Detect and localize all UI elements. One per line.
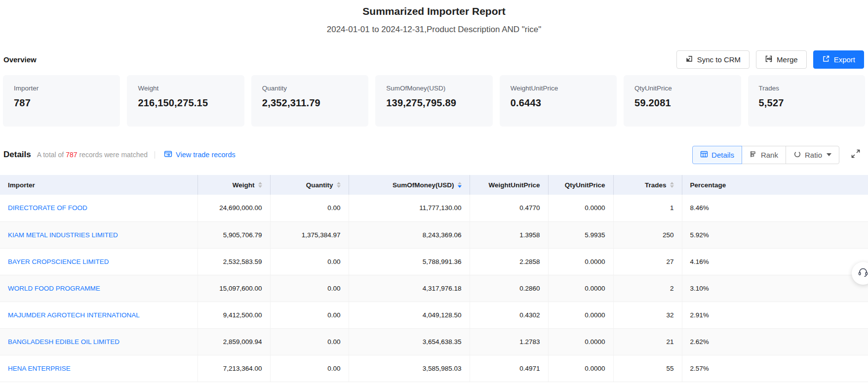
- cell-qup: 5.9935: [548, 221, 613, 248]
- cell-quantity: 0.00: [270, 248, 349, 275]
- cell-trades: 2: [613, 275, 682, 302]
- column-header-importer: Importer: [0, 175, 197, 195]
- cell-importer: BAYER CROPSCIENCE LIMITED: [0, 248, 197, 275]
- stat-card-value: 59.2081: [634, 97, 730, 109]
- tab-rank[interactable]: Rank: [742, 146, 786, 164]
- stat-card: SumOfMoney(USD)139,275,795.89: [375, 75, 492, 127]
- bar-rank-icon: [750, 150, 757, 160]
- cell-quantity: 0.00: [270, 302, 349, 328]
- column-header-inner: Percentage: [690, 181, 726, 189]
- tab-details[interactable]: Details: [692, 146, 742, 164]
- cell-weight: 7,213,364.00: [197, 355, 270, 382]
- cell-sum: 5,788,991.36: [349, 248, 470, 275]
- details-left: Details A total of787records were matche…: [3, 150, 236, 160]
- records-matched-text: A total of787records were matched: [37, 151, 148, 159]
- column-header-inner: WeightUnitPrice: [488, 181, 540, 189]
- column-label: WeightUnitPrice: [488, 181, 540, 189]
- chevron-down-icon: [827, 153, 831, 156]
- column-header-inner: SumOfMoney(USD): [393, 181, 462, 189]
- cell-pct: 2.57%: [682, 355, 868, 382]
- cell-weight: 15,097,600.00: [197, 275, 270, 302]
- tab-rank-label: Rank: [761, 151, 778, 159]
- column-label: Importer: [8, 181, 35, 189]
- cell-wup: 0.4971: [470, 355, 548, 382]
- cell-quantity: 0.00: [270, 328, 349, 355]
- importer-link[interactable]: KIAM METAL INDUSTRIES LIMITED: [8, 231, 118, 239]
- cell-quantity: 1,375,384.97: [270, 221, 349, 248]
- tab-ratio[interactable]: Ratio: [786, 146, 839, 164]
- cell-trades: 55: [613, 355, 682, 382]
- caret-up-icon: [337, 182, 341, 184]
- report-header: Summarized Importer Report 2024-01-01 to…: [0, 0, 868, 35]
- view-trade-records-label: View trade records: [176, 151, 236, 159]
- headset-icon: [857, 266, 868, 280]
- column-label: Weight: [233, 181, 255, 189]
- column-label: Trades: [645, 181, 667, 189]
- cell-trades: 1: [613, 195, 682, 221]
- view-trade-records-link[interactable]: View trade records: [164, 150, 236, 160]
- stat-card-label: Importer: [14, 85, 109, 92]
- merge-label: Merge: [777, 55, 798, 64]
- cell-weight: 2,859,009.94: [197, 328, 270, 355]
- cell-sum: 3,654,638.35: [349, 328, 470, 355]
- importer-link[interactable]: MAJUMDER AGROTECH INTERNATIONAL: [8, 311, 140, 319]
- fullscreen-button[interactable]: [850, 148, 861, 161]
- sync-to-crm-icon: [685, 55, 693, 64]
- importer-link[interactable]: BANGLADESH EDIBLE OIL LIMITED: [8, 338, 119, 345]
- importer-link[interactable]: DIRECTORATE OF FOOD: [8, 204, 87, 212]
- cell-trades: 27: [613, 248, 682, 275]
- cell-qup: 0.0000: [548, 248, 613, 275]
- column-header-weight[interactable]: Weight: [197, 175, 270, 195]
- table-row: MAJUMDER AGROTECH INTERNATIONAL9,412,500…: [0, 302, 868, 328]
- stat-cards: Importer787Weight216,150,275.15Quantity2…: [0, 75, 868, 127]
- sort-carets-icon: [258, 182, 262, 188]
- stat-card: Weight216,150,275.15: [127, 75, 244, 127]
- cell-trades: 250: [613, 221, 682, 248]
- importer-link[interactable]: BAYER CROPSCIENCE LIMITED: [8, 258, 109, 265]
- stat-card-value: 5,527: [759, 97, 854, 109]
- stat-card-value: 216,150,275.15: [138, 97, 233, 109]
- cell-wup: 1.3958: [470, 221, 548, 248]
- cell-pct: 4.16%: [682, 248, 868, 275]
- stat-card-label: Weight: [138, 85, 233, 92]
- column-header-qup: QtyUnitPrice: [548, 175, 613, 195]
- column-header-pct: Percentage: [682, 175, 868, 195]
- caret-up-icon: [458, 182, 462, 184]
- cell-importer: WORLD FOOD PROGRAMME: [0, 275, 197, 302]
- cell-wup: 0.4302: [470, 302, 548, 328]
- table-row: WORLD FOOD PROGRAMME15,097,600.000.004,3…: [0, 275, 868, 302]
- cell-pct: 3.10%: [682, 275, 868, 302]
- cell-sum: 4,049,128.50: [349, 302, 470, 328]
- importer-link[interactable]: WORLD FOOD PROGRAMME: [8, 285, 100, 292]
- column-header-trades[interactable]: Trades: [613, 175, 682, 195]
- cell-quantity: 0.00: [270, 355, 349, 382]
- cell-importer: DIRECTORATE OF FOOD: [0, 195, 197, 221]
- column-header-inner: QtyUnitPrice: [565, 181, 605, 189]
- overview-heading: Overview: [3, 55, 37, 64]
- export-icon: [822, 55, 830, 64]
- details-bar: Details A total of787records were matche…: [0, 145, 868, 164]
- cell-pct: 2.62%: [682, 328, 868, 355]
- caret-down-icon: [670, 185, 674, 188]
- cell-sum: 4,317,976.18: [349, 275, 470, 302]
- cell-pct: 5.92%: [682, 221, 868, 248]
- column-header-sum[interactable]: SumOfMoney(USD): [349, 175, 470, 195]
- caret-down-icon: [258, 185, 262, 188]
- table-grid-icon: [700, 150, 708, 160]
- cell-pct: 2.91%: [682, 302, 868, 328]
- table-row: BANGLADESH EDIBLE OIL LIMITED2,859,009.9…: [0, 328, 868, 355]
- stat-card-label: WeightUnitPrice: [511, 85, 606, 92]
- column-label: QtyUnitPrice: [565, 181, 605, 189]
- cell-pct: 8.46%: [682, 195, 868, 221]
- sync-to-crm-button[interactable]: Sync to CRM: [676, 50, 750, 69]
- importer-link[interactable]: HENA ENTERPRISE: [8, 365, 71, 372]
- records-count: 787: [66, 151, 77, 159]
- column-header-quantity[interactable]: Quantity: [270, 175, 349, 195]
- stat-card: QtyUnitPrice59.2081: [624, 75, 741, 127]
- cell-wup: 2.2858: [470, 248, 548, 275]
- cell-importer: KIAM METAL INDUSTRIES LIMITED: [0, 221, 197, 248]
- merge-button[interactable]: Merge: [756, 50, 807, 69]
- caret-down-icon: [458, 185, 462, 188]
- importer-table: ImporterWeightQuantitySumOfMoney(USD)Wei…: [0, 175, 868, 382]
- export-button[interactable]: Export: [813, 50, 864, 69]
